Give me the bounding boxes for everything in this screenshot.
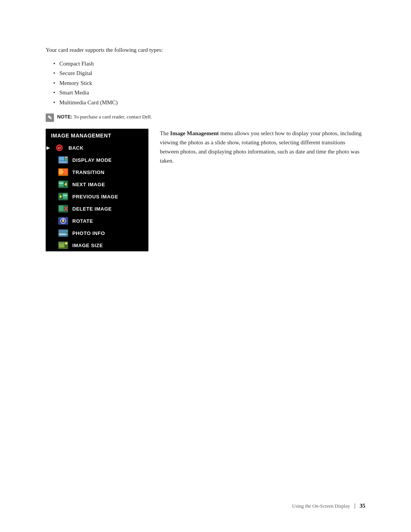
- selection-arrow: ▶: [46, 145, 50, 151]
- svg-rect-36: [65, 242, 67, 244]
- svg-rect-8: [65, 159, 67, 161]
- svg-rect-33: [66, 233, 67, 235]
- image-size-icon: [58, 241, 68, 249]
- content-area: IMAGE MANAGEMENT ▶ ↩ BACK: [46, 129, 365, 251]
- note-text: NOTE: To purchase a card reader, contact…: [57, 113, 152, 120]
- intro-text: Your card reader supports the following …: [46, 46, 365, 54]
- footer-separator: [355, 503, 355, 509]
- menu-item-rotate[interactable]: ROTATE: [46, 215, 148, 227]
- display-mode-icon: [58, 156, 68, 164]
- footer-page: 35: [360, 503, 365, 509]
- description-panel: The Image Management menu allows you sel…: [160, 129, 365, 165]
- menu-item-next[interactable]: NEXT IMAGE: [46, 178, 148, 190]
- footer: Using the On-Screen Display 35: [292, 503, 365, 509]
- note-row: ✎ NOTE: To purchase a card reader, conta…: [46, 113, 365, 122]
- svg-text:✎: ✎: [48, 115, 52, 121]
- delete-image-icon: [58, 204, 68, 213]
- menu-item-label: IMAGE SIZE: [72, 243, 103, 248]
- svg-rect-11: [59, 169, 63, 174]
- menu-item-photo-info[interactable]: PHOTO INFO: [46, 227, 148, 239]
- photo-info-icon: [58, 229, 68, 237]
- page: Your card reader supports the following …: [0, 0, 411, 532]
- menu-item-label: NEXT IMAGE: [72, 182, 105, 187]
- svg-rect-23: [59, 206, 64, 211]
- menu-item-back[interactable]: ▶ ↩ BACK: [46, 142, 148, 154]
- description-bold: Image Management: [170, 130, 219, 136]
- menu-item-label: DELETE IMAGE: [72, 206, 112, 212]
- svg-rect-6: [59, 157, 64, 161]
- svg-point-28: [62, 220, 64, 222]
- previous-image-icon: [58, 192, 68, 201]
- menu-item-transition[interactable]: TRANSITION: [46, 166, 148, 178]
- menu-item-label: PREVIOUS IMAGE: [72, 194, 118, 200]
- transition-icon: [58, 168, 68, 176]
- menu-item-label: TRANSITION: [72, 169, 105, 175]
- rotate-icon: [58, 217, 68, 225]
- footer-label: Using the On-Screen Display: [292, 503, 350, 509]
- menu-title: IMAGE MANAGEMENT: [46, 129, 148, 142]
- list-item: Compact Flash: [53, 59, 365, 69]
- svg-rect-7: [65, 157, 67, 158]
- menu-item-label: DISPLAY MODE: [72, 157, 112, 163]
- list-item: Secure Digital: [53, 69, 365, 78]
- svg-rect-9: [59, 161, 67, 163]
- menu-item-image-size[interactable]: IMAGE SIZE: [46, 239, 148, 251]
- svg-rect-35: [59, 244, 64, 248]
- svg-rect-32: [66, 230, 67, 233]
- svg-rect-12: [64, 169, 67, 174]
- svg-text:↩: ↩: [58, 146, 61, 150]
- description-text: The Image Management menu allows you sel…: [160, 129, 365, 165]
- menu-item-label: PHOTO INFO: [72, 230, 105, 236]
- list-item: Multimedia Card (MMC): [53, 98, 365, 108]
- list-item: Smart Media: [53, 88, 365, 98]
- note-icon: ✎: [46, 113, 54, 122]
- menu-item-delete[interactable]: DELETE IMAGE: [46, 203, 148, 215]
- list-item: Memory Stick: [53, 78, 365, 88]
- back-icon: ↩: [54, 144, 65, 152]
- menu-item-prev[interactable]: PREVIOUS IMAGE: [46, 190, 148, 203]
- svg-rect-17: [59, 182, 64, 184]
- menu-item-label: ROTATE: [72, 218, 93, 224]
- note-body: To purchase a card reader, contact Dell.: [72, 114, 152, 120]
- menu-item-display[interactable]: DISPLAY MODE: [46, 154, 148, 166]
- bullet-list: Compact Flash Secure Digital Memory Stic…: [53, 59, 365, 108]
- note-label: NOTE:: [57, 114, 72, 120]
- menu-item-label: BACK: [68, 145, 84, 151]
- menu-panel: IMAGE MANAGEMENT ▶ ↩ BACK: [46, 129, 148, 251]
- next-image-icon: [58, 180, 68, 189]
- svg-rect-31: [59, 233, 66, 235]
- svg-rect-21: [63, 195, 67, 196]
